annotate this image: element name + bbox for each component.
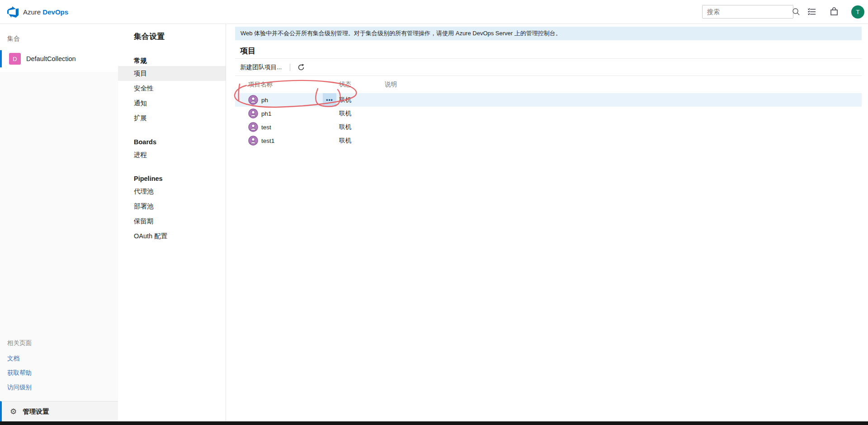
nav-section-boards: Boards <box>118 137 226 147</box>
page-title: 项目 <box>240 46 868 55</box>
column-project-name[interactable]: 项目名称 <box>235 80 339 89</box>
link-access-levels[interactable]: 访问级别 <box>7 383 118 392</box>
marketplace-bag-icon[interactable] <box>829 7 839 17</box>
project-status: 联机 <box>339 96 385 104</box>
nav-item-projects[interactable]: 项目 <box>118 66 226 81</box>
project-avatar-icon <box>248 136 258 146</box>
table-row-test1[interactable]: test1 联机 <box>235 134 862 147</box>
project-avatar-icon <box>248 95 258 105</box>
info-banner: Web 体验中并不会公开所有集合级别管理。对于集合级别的所有管理操作，请使用 A… <box>235 27 862 40</box>
project-avatar-icon <box>248 122 258 132</box>
azure-devops-admin-page: Azure DevOps T <box>0 0 868 425</box>
related-pages: 相关页面 文档 获取帮助 访问级别 <box>0 339 118 398</box>
collection-name: DefaultCollection <box>26 55 76 62</box>
collection-list: 集合 D DefaultCollection <box>0 24 118 72</box>
nav-item-oauth-config[interactable]: OAuth 配置 <box>118 229 226 244</box>
nav-item-notifications[interactable]: 通知 <box>118 96 226 111</box>
table-row-ph[interactable]: ph 联机 ••• <box>235 93 862 107</box>
azure-devops-home-link[interactable]: Azure DevOps <box>0 6 68 18</box>
table-row-test[interactable]: test 联机 <box>235 120 862 134</box>
toolbar-separator <box>290 64 290 71</box>
column-status[interactable]: 状态 <box>339 80 385 89</box>
gear-icon: ⚙ <box>10 408 17 416</box>
search-box[interactable] <box>702 5 793 19</box>
search-input[interactable] <box>703 8 792 15</box>
user-avatar[interactable]: T <box>851 5 864 19</box>
project-status: 联机 <box>339 109 385 118</box>
project-status: 联机 <box>339 123 385 131</box>
nav-item-retention[interactable]: 保留期 <box>118 214 226 229</box>
project-name: test <box>261 124 271 131</box>
brand-text: Azure DevOps <box>23 8 68 16</box>
project-status: 联机 <box>339 137 385 145</box>
settings-nav-title: 集合设置 <box>118 24 226 42</box>
project-name: ph1 <box>261 110 272 117</box>
refresh-icon[interactable] <box>297 63 305 71</box>
projects-toolbar: 新建团队项目... <box>240 59 868 76</box>
project-avatar-icon <box>248 109 258 118</box>
collections-label: 集合 <box>0 24 118 50</box>
sidebar-item-defaultcollection[interactable]: D DefaultCollection <box>0 50 118 67</box>
column-description[interactable]: 说明 <box>385 80 862 89</box>
nav-item-deployment-pools[interactable]: 部署池 <box>118 199 226 214</box>
sidebar-item-admin-settings[interactable]: ⚙ 管理设置 <box>0 401 118 421</box>
nav-section-general: 常规 <box>118 55 226 66</box>
nav-item-agent-pools[interactable]: 代理池 <box>118 184 226 199</box>
bottom-edge-bar <box>0 421 868 425</box>
work-items-list-icon[interactable] <box>807 7 817 17</box>
projects-table: 项目名称 状态 说明 ph 联机 ••• <box>235 76 862 147</box>
collection-settings-nav: 集合设置 常规 项目 安全性 通知 扩展 Boards 进程 Pipelines… <box>118 24 226 421</box>
admin-settings-label: 管理设置 <box>23 407 49 416</box>
project-name: ph <box>261 97 268 104</box>
nav-section-pipelines: Pipelines <box>118 173 226 184</box>
nav-item-security[interactable]: 安全性 <box>118 81 226 96</box>
search-icon <box>792 7 801 16</box>
nav-item-process[interactable]: 进程 <box>118 147 226 162</box>
table-row-ph1[interactable]: ph1 联机 <box>235 107 862 120</box>
azure-devops-logo-icon <box>7 6 19 18</box>
project-name: test1 <box>261 137 274 144</box>
link-get-help[interactable]: 获取帮助 <box>7 369 118 377</box>
nav-item-extensions[interactable]: 扩展 <box>118 111 226 126</box>
row-context-menu-button[interactable]: ••• <box>323 93 336 107</box>
table-header: 项目名称 状态 说明 <box>235 76 862 93</box>
main-content: Web 体验中并不会公开所有集合级别管理。对于集合级别的所有管理操作，请使用 A… <box>226 24 868 421</box>
related-pages-label: 相关页面 <box>7 339 118 347</box>
link-documentation[interactable]: 文档 <box>7 354 118 363</box>
collection-avatar: D <box>9 53 21 65</box>
new-team-project-button[interactable]: 新建团队项目... <box>240 63 282 71</box>
collection-sidebar: 集合 D DefaultCollection 相关页面 文档 获取帮助 访问级别… <box>0 24 118 421</box>
top-bar: Azure DevOps T <box>0 0 868 24</box>
